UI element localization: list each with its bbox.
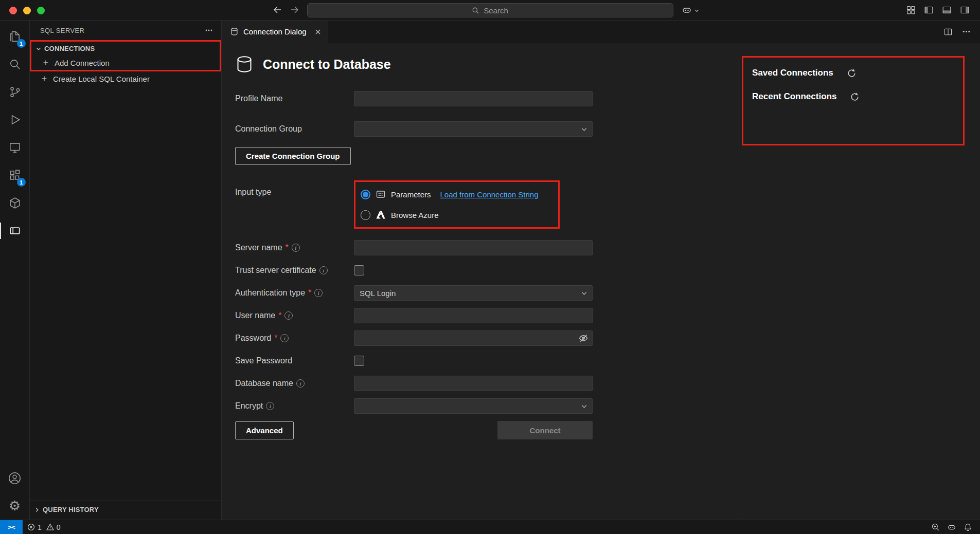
user-name-label: User name * i	[235, 311, 354, 320]
source-control-icon	[8, 85, 22, 99]
more-actions-icon[interactable]	[962, 27, 971, 36]
connection-group-select[interactable]	[354, 121, 593, 137]
password-input[interactable]	[354, 330, 593, 346]
search-view-icon	[8, 58, 22, 71]
parameters-radio[interactable]	[361, 190, 370, 199]
add-connection-item[interactable]: Add Connection	[31, 56, 220, 70]
zoom-status-button[interactable]	[928, 523, 943, 531]
sidebar-more-actions-icon[interactable]	[205, 26, 213, 34]
activity-containers[interactable]	[0, 189, 30, 217]
copilot-status-button[interactable]	[943, 523, 960, 532]
editor-area: Connection Dialog	[222, 21, 980, 520]
titlebar: Search	[0, 0, 980, 21]
problems-status[interactable]: 1 0	[23, 520, 65, 534]
minimize-window-button[interactable]	[23, 7, 31, 14]
encrypt-label: Encrypt i	[235, 401, 354, 411]
customize-layout-icon[interactable]	[906, 5, 916, 15]
tab-connection-dialog[interactable]: Connection Dialog	[222, 21, 328, 43]
container-cube-icon	[8, 196, 22, 210]
connections-section-label: CONNECTIONS	[44, 45, 95, 52]
activity-run-debug[interactable]	[0, 106, 30, 134]
toggle-primary-sidebar-icon[interactable]	[924, 5, 934, 15]
database-name-input[interactable]	[354, 376, 593, 391]
toggle-password-visibility-icon[interactable]	[578, 333, 589, 343]
sql-server-icon	[8, 224, 22, 237]
dialog-buttons-row: Advanced Connect	[235, 421, 593, 439]
azure-icon	[376, 210, 386, 220]
toggle-panel-icon[interactable]	[942, 5, 952, 15]
warning-icon	[46, 523, 54, 531]
split-editor-icon[interactable]	[943, 27, 953, 36]
activity-search[interactable]	[0, 50, 30, 78]
database-name-row: Database name i	[235, 376, 980, 391]
status-bar: >< 1 0	[0, 520, 980, 534]
connect-button[interactable]: Connect	[497, 421, 593, 439]
remote-indicator[interactable]: ><	[0, 520, 23, 534]
chevron-down-icon	[34, 45, 43, 53]
save-password-checkbox[interactable]	[354, 356, 364, 366]
authentication-type-value: SQL Login	[360, 289, 396, 298]
chevron-right-icon	[33, 506, 41, 514]
trust-server-certificate-checkbox[interactable]	[354, 265, 364, 275]
info-icon[interactable]: i	[314, 289, 323, 297]
create-connection-group-row: Create Connection Group	[235, 147, 980, 165]
activity-explorer[interactable]: 1	[0, 23, 30, 50]
search-placeholder: Search	[484, 6, 508, 15]
copilot-icon	[682, 5, 692, 15]
info-icon[interactable]: i	[319, 266, 328, 274]
user-name-input[interactable]	[354, 308, 593, 323]
query-history-label: QUERY HISTORY	[43, 506, 99, 513]
encrypt-select[interactable]	[354, 398, 593, 414]
activity-remote-explorer[interactable]	[0, 134, 30, 161]
required-marker: *	[286, 243, 289, 252]
server-name-input[interactable]	[354, 240, 593, 255]
activity-source-control[interactable]	[0, 78, 30, 106]
connection-dialog-tab-icon	[230, 27, 239, 36]
activity-sql-server[interactable]	[0, 217, 30, 245]
create-connection-group-button[interactable]: Create Connection Group	[235, 147, 351, 165]
connections-section-header[interactable]: CONNECTIONS	[31, 42, 220, 56]
info-icon[interactable]: i	[266, 402, 274, 410]
notifications-button[interactable]	[960, 523, 976, 531]
query-history-header[interactable]: QUERY HISTORY	[30, 503, 221, 517]
search-input[interactable]: Search	[307, 3, 673, 17]
toggle-secondary-sidebar-icon[interactable]	[960, 5, 970, 15]
sidebar-title-row: SQL SERVER	[30, 21, 221, 40]
annotation-box-connections-panels: Saved Connections Recent Connections	[742, 56, 965, 145]
create-local-container-item[interactable]: Create Local SQL Container	[30, 71, 221, 86]
browse-azure-radio[interactable]	[361, 210, 370, 220]
annotation-box-input-type: Parameters Load from Connection String B…	[354, 180, 560, 229]
encrypt-row: Encrypt i	[235, 398, 980, 414]
advanced-button[interactable]: Advanced	[235, 421, 294, 439]
save-password-label: Save Password	[235, 356, 354, 365]
refresh-saved-connections-icon[interactable]	[847, 68, 857, 78]
profile-name-input[interactable]	[354, 91, 593, 106]
zoom-window-button[interactable]	[37, 7, 45, 14]
info-icon[interactable]: i	[280, 334, 289, 342]
info-icon[interactable]: i	[292, 244, 300, 252]
close-window-button[interactable]	[9, 7, 17, 14]
refresh-recent-connections-icon[interactable]	[850, 92, 860, 102]
copilot-menu-button[interactable]	[682, 5, 700, 15]
tab-label: Connection Dialog	[243, 27, 307, 36]
activity-accounts[interactable]	[0, 464, 30, 492]
authentication-type-label: Authentication type * i	[235, 288, 354, 298]
authentication-type-row: Authentication type * i SQL Login	[235, 285, 980, 301]
user-name-row: User name * i	[235, 308, 980, 323]
authentication-type-select[interactable]: SQL Login	[354, 285, 593, 301]
save-password-row: Save Password	[235, 353, 980, 369]
warning-count: 0	[57, 523, 61, 531]
activity-settings[interactable]: ⚙	[0, 492, 30, 520]
info-icon[interactable]: i	[296, 379, 305, 388]
info-icon[interactable]: i	[284, 311, 293, 320]
browse-azure-option-label: Browse Azure	[391, 211, 439, 219]
password-row: Password * i	[235, 330, 980, 346]
go-forward-icon[interactable]	[290, 5, 300, 15]
annotation-box-connections: CONNECTIONS Add Connection	[30, 40, 221, 71]
sidebar-title: SQL SERVER	[40, 27, 84, 34]
load-from-connection-string-link[interactable]: Load from Connection String	[440, 190, 539, 199]
activity-extensions[interactable]: 1	[0, 161, 30, 189]
go-back-icon[interactable]	[272, 5, 282, 15]
close-tab-icon[interactable]	[314, 28, 322, 35]
required-marker: *	[274, 334, 277, 343]
